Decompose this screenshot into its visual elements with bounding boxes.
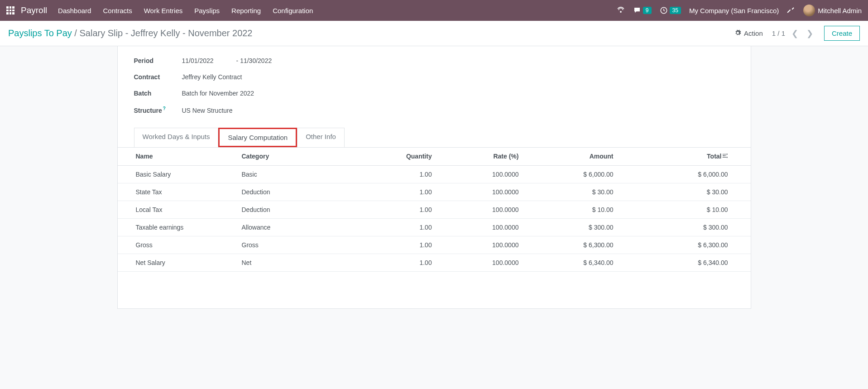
table-row[interactable]: Local TaxDeduction1.00100.0000$ 10.00$ 1… xyxy=(118,201,751,218)
menu-contracts[interactable]: Contracts xyxy=(103,7,132,14)
cell-total: $ 6,300.00 xyxy=(620,236,751,254)
cell-quantity: 1.00 xyxy=(353,201,438,218)
breadcrumb-sep: / xyxy=(72,28,80,38)
svg-point-3 xyxy=(726,157,727,158)
menu-payslips[interactable]: Payslips xyxy=(194,7,220,14)
cell-rate: 100.0000 xyxy=(438,218,525,236)
cell-rate: 100.0000 xyxy=(438,183,525,201)
cell-name: Taxable earnings xyxy=(118,218,235,236)
menu-work-entries[interactable]: Work Entries xyxy=(144,7,183,14)
period-to: - 11/30/2022 xyxy=(236,57,272,64)
tools-icon[interactable] xyxy=(787,6,795,14)
cell-amount: $ 6,340.00 xyxy=(525,254,619,271)
cell-amount: $ 300.00 xyxy=(525,218,619,236)
menu-configuration[interactable]: Configuration xyxy=(273,7,313,14)
scroll-viewport[interactable]: Period 11/01/2022 - 11/30/2022 Contract … xyxy=(0,46,868,389)
gear-icon xyxy=(734,29,741,38)
svg-point-4 xyxy=(723,155,724,156)
phone-icon[interactable] xyxy=(617,6,625,14)
table-row[interactable]: State TaxDeduction1.00100.0000$ 30.00$ 3… xyxy=(118,183,751,201)
cell-amount: $ 6,300.00 xyxy=(525,236,619,254)
cell-rate: 100.0000 xyxy=(438,236,525,254)
table-row[interactable]: Net SalaryNet1.00100.0000$ 6,340.00$ 6,3… xyxy=(118,254,751,271)
cell-category: Deduction xyxy=(235,201,353,218)
app-name[interactable]: Payroll xyxy=(21,5,47,15)
structure-label: Structure? xyxy=(134,106,182,114)
cell-total: $ 10.00 xyxy=(620,201,751,218)
svg-point-0 xyxy=(620,11,621,12)
chat-icon[interactable]: 9 xyxy=(633,6,652,14)
cell-name: Local Tax xyxy=(118,201,235,218)
cell-category: Gross xyxy=(235,236,353,254)
col-amount[interactable]: Amount xyxy=(525,148,619,166)
next-icon[interactable]: ❯ xyxy=(805,29,815,38)
help-icon[interactable]: ? xyxy=(163,106,166,111)
cell-quantity: 1.00 xyxy=(353,254,438,271)
options-icon[interactable] xyxy=(722,153,728,160)
menu-dashboard[interactable]: Dashboard xyxy=(58,7,91,14)
tab-other-info[interactable]: Other Info xyxy=(297,128,345,147)
apps-icon[interactable] xyxy=(6,6,14,14)
cell-quantity: 1.00 xyxy=(353,165,438,183)
table-row[interactable]: Basic SalaryBasic1.00100.0000$ 6,000.00$… xyxy=(118,165,751,183)
contract-label: Contract xyxy=(134,73,182,81)
col-total[interactable]: Total xyxy=(620,148,751,166)
cell-amount: $ 6,000.00 xyxy=(525,165,619,183)
cell-category: Net xyxy=(235,254,353,271)
user-name: Mitchell Admin xyxy=(818,7,862,14)
cell-quantity: 1.00 xyxy=(353,236,438,254)
period-label: Period xyxy=(134,57,182,64)
cell-rate: 100.0000 xyxy=(438,254,525,271)
menu-reporting[interactable]: Reporting xyxy=(231,7,261,14)
cell-category: Allowance xyxy=(235,218,353,236)
user-menu[interactable]: Mitchell Admin xyxy=(803,5,862,16)
cell-total: $ 6,000.00 xyxy=(620,165,751,183)
cell-name: Basic Salary xyxy=(118,165,235,183)
cell-category: Basic xyxy=(235,165,353,183)
cell-amount: $ 30.00 xyxy=(525,183,619,201)
clock-badge: 35 xyxy=(670,7,681,14)
svg-point-2 xyxy=(726,154,727,154)
batch-value[interactable]: Batch for November 2022 xyxy=(182,90,254,97)
cell-rate: 100.0000 xyxy=(438,201,525,218)
prev-icon[interactable]: ❮ xyxy=(790,29,800,38)
pager: 1 / 1 ❮ ❯ xyxy=(772,29,815,38)
cell-amount: $ 10.00 xyxy=(525,201,619,218)
table-row[interactable]: GrossGross1.00100.0000$ 6,300.00$ 6,300.… xyxy=(118,236,751,254)
company-selector[interactable]: My Company (San Francisco) xyxy=(689,7,779,14)
cell-quantity: 1.00 xyxy=(353,183,438,201)
main-menu: Dashboard Contracts Work Entries Payslip… xyxy=(58,7,313,14)
action-label: Action xyxy=(744,29,763,37)
cell-quantity: 1.00 xyxy=(353,218,438,236)
breadcrumb-current: Salary Slip - Jeffrey Kelly - November 2… xyxy=(79,28,252,38)
table-row[interactable]: Taxable earningsAllowance1.00100.0000$ 3… xyxy=(118,218,751,236)
cell-name: Gross xyxy=(118,236,235,254)
tab-worked-days[interactable]: Worked Days & Inputs xyxy=(134,128,219,147)
breadcrumb: Payslips To Pay / Salary Slip - Jeffrey … xyxy=(8,28,253,38)
cell-name: Net Salary xyxy=(118,254,235,271)
breadcrumb-root[interactable]: Payslips To Pay xyxy=(8,28,72,38)
chat-badge: 9 xyxy=(643,7,652,14)
avatar xyxy=(803,5,815,16)
col-name[interactable]: Name xyxy=(118,148,235,166)
clock-icon[interactable]: 35 xyxy=(660,6,681,14)
col-quantity[interactable]: Quantity xyxy=(353,148,438,166)
cell-total: $ 30.00 xyxy=(620,183,751,201)
period-from: 11/01/2022 xyxy=(182,57,214,64)
action-button[interactable]: Action xyxy=(734,29,763,38)
cell-total: $ 6,340.00 xyxy=(620,254,751,271)
page-indicator: 1 / 1 xyxy=(772,29,785,37)
col-rate[interactable]: Rate (%) xyxy=(438,148,525,166)
cell-category: Deduction xyxy=(235,183,353,201)
batch-label: Batch xyxy=(134,90,182,97)
form-sheet: Period 11/01/2022 - 11/30/2022 Contract … xyxy=(117,46,751,309)
cell-total: $ 300.00 xyxy=(620,218,751,236)
salary-table: Name Category Quantity Rate (%) Amount T… xyxy=(118,148,751,272)
create-button[interactable]: Create xyxy=(824,26,860,41)
structure-value[interactable]: US New Structure xyxy=(182,107,233,114)
cell-name: State Tax xyxy=(118,183,235,201)
contract-value[interactable]: Jeffrey Kelly Contract xyxy=(182,73,242,81)
col-category[interactable]: Category xyxy=(235,148,353,166)
cell-rate: 100.0000 xyxy=(438,165,525,183)
tab-salary-computation[interactable]: Salary Computation xyxy=(218,128,297,147)
